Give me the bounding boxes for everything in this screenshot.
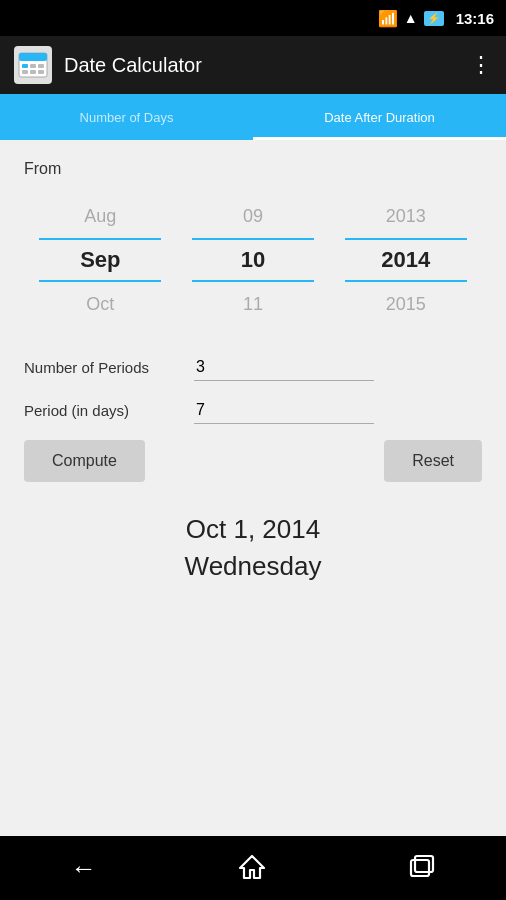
- svg-rect-3: [30, 64, 36, 68]
- day-selected: 10: [177, 238, 330, 282]
- from-label: From: [24, 160, 482, 178]
- battery-icon: ⚡: [424, 11, 444, 26]
- svg-rect-10: [415, 856, 433, 872]
- month-column: Aug Sep Oct: [24, 194, 177, 326]
- compute-button[interactable]: Compute: [24, 440, 145, 482]
- period-days-input[interactable]: [194, 397, 374, 424]
- recents-button[interactable]: [407, 852, 435, 884]
- month-selected: Sep: [24, 238, 177, 282]
- date-picker[interactable]: Aug Sep Oct 09 10 11 2013 2014 2015: [24, 194, 482, 326]
- result-section: Oct 1, 2014 Wednesday: [24, 506, 482, 590]
- svg-rect-6: [30, 70, 36, 74]
- year-selected: 2014: [329, 238, 482, 282]
- svg-marker-8: [240, 856, 264, 878]
- app-icon: [14, 46, 52, 84]
- app-title: Date Calculator: [64, 54, 470, 77]
- month-next: Oct: [24, 282, 177, 326]
- day-prev: 09: [177, 194, 330, 238]
- year-next: 2015: [329, 282, 482, 326]
- period-days-row: Period (in days): [24, 397, 482, 424]
- svg-rect-9: [411, 860, 429, 876]
- year-column: 2013 2014 2015: [329, 194, 482, 326]
- tab-bar: Number of Days Date After Duration: [0, 94, 506, 140]
- month-prev: Aug: [24, 194, 177, 238]
- svg-rect-2: [22, 64, 28, 68]
- status-time: 13:16: [456, 10, 494, 27]
- status-icons: 📶 ▲ ⚡ 13:16: [378, 9, 494, 28]
- tab-number-of-days[interactable]: Number of Days: [0, 94, 253, 140]
- signal-icon: ▲: [404, 10, 418, 26]
- day-column: 09 10 11: [177, 194, 330, 326]
- nav-bar: ←: [0, 836, 506, 900]
- day-next: 11: [177, 282, 330, 326]
- svg-rect-4: [38, 64, 44, 68]
- svg-rect-5: [22, 70, 28, 74]
- status-bar: 📶 ▲ ⚡ 13:16: [0, 0, 506, 36]
- tab-date-after-duration[interactable]: Date After Duration: [253, 94, 506, 140]
- app-bar: Date Calculator ⋮: [0, 36, 506, 94]
- back-button[interactable]: ←: [71, 853, 97, 884]
- result-day-of-week: Wednesday: [24, 551, 482, 582]
- home-button[interactable]: [238, 852, 266, 884]
- svg-rect-7: [38, 70, 44, 74]
- year-prev: 2013: [329, 194, 482, 238]
- reset-button[interactable]: Reset: [384, 440, 482, 482]
- periods-input[interactable]: [194, 354, 374, 381]
- periods-label: Number of Periods: [24, 359, 194, 376]
- period-days-label: Period (in days): [24, 402, 194, 419]
- result-date: Oct 1, 2014: [24, 514, 482, 545]
- periods-row: Number of Periods: [24, 354, 482, 381]
- wifi-icon: 📶: [378, 9, 398, 28]
- button-row: Compute Reset: [24, 440, 482, 482]
- main-content: From Aug Sep Oct 09 10 11 2013 2014 2015…: [0, 140, 506, 610]
- svg-rect-1: [19, 53, 47, 61]
- menu-icon[interactable]: ⋮: [470, 52, 492, 78]
